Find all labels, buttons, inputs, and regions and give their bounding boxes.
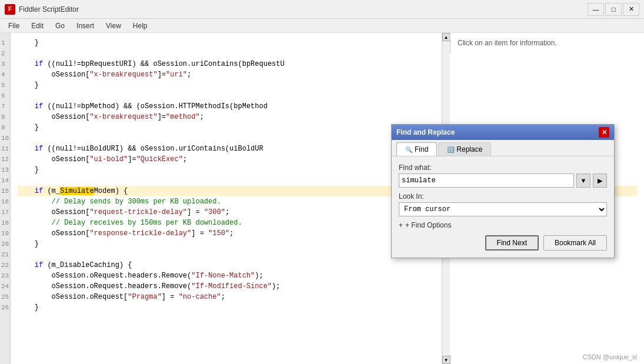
code-line-7: if ((null!=bpMethod) && (oSession.HTTPMe… <box>18 101 637 112</box>
find-options-row[interactable]: + + Find Options <box>399 221 607 229</box>
info-panel-text: Click on an item for information. <box>458 39 557 47</box>
look-in-field: Look In: From cursor Entire scope Curren… <box>399 192 607 216</box>
dialog-body: Find what: ▼ ▶ Look In: From cursor Enti… <box>392 156 614 258</box>
find-options-label: + Find Options <box>405 221 451 229</box>
menu-view[interactable]: View <box>100 21 127 31</box>
line-numbers: 12345 678910 1112131415 1617181920 21222… <box>0 33 11 364</box>
look-in-row: From cursor Entire scope Current selecti… <box>399 202 607 216</box>
minimize-button[interactable]: — <box>588 3 604 16</box>
app-title: Fiddler ScriptEditor <box>19 5 588 14</box>
app-icon: F <box>5 4 15 15</box>
find-tab-icon: 🔍 <box>405 146 412 153</box>
find-what-label: Find what: <box>399 163 607 172</box>
find-what-field: Find what: ▼ ▶ <box>399 163 607 188</box>
find-replace-dialog: Find and Replace ✕ 🔍 Find 🔠 Replace Find… <box>391 124 615 258</box>
find-tab-label: Find <box>415 145 428 153</box>
watermark-text: CSDN @unique_xl <box>583 353 638 360</box>
menu-go[interactable]: Go <box>49 21 71 31</box>
code-line-26: } <box>18 302 637 313</box>
main-area: 12345 678910 1112131415 1617181920 21222… <box>0 33 644 364</box>
scroll-up-arrow[interactable]: ▲ <box>442 33 451 41</box>
dialog-title: Find and Replace <box>396 128 455 136</box>
replace-tab-icon: 🔠 <box>447 146 454 153</box>
watermark: CSDN @unique_xl <box>583 353 638 360</box>
dialog-close-button[interactable]: ✕ <box>599 127 609 138</box>
code-line-24: oSession.oRequest.headers.Remove("If-Mod… <box>18 281 637 292</box>
find-next-button[interactable]: Find Next <box>485 235 539 251</box>
replace-tab-label: Replace <box>456 145 482 153</box>
look-in-select[interactable]: From cursor Entire scope Current selecti… <box>399 202 607 216</box>
code-line-22: if (m_DisableCaching) { <box>18 260 637 271</box>
title-bar: F Fiddler ScriptEditor — □ ✕ <box>0 0 644 19</box>
info-panel: Click on an item for information. <box>450 33 644 53</box>
find-options-plus-icon: + <box>399 221 403 229</box>
find-what-row: ▼ ▶ <box>399 173 607 188</box>
find-what-input[interactable] <box>399 173 574 188</box>
code-line-6 <box>18 91 637 101</box>
maximize-button[interactable]: □ <box>605 3 622 16</box>
menu-edit[interactable]: Edit <box>25 21 49 31</box>
code-line-5: } <box>18 80 637 91</box>
code-line-8: oSession["x-breakrequest"]="method"; <box>18 112 637 122</box>
tab-find[interactable]: 🔍 Find <box>396 142 437 156</box>
dialog-titlebar: Find and Replace ✕ <box>392 125 614 140</box>
find-what-dropdown-btn[interactable]: ▼ <box>576 173 590 188</box>
tab-replace[interactable]: 🔠 Replace <box>438 142 491 156</box>
window-controls: — □ ✕ <box>588 3 639 16</box>
menu-bar: File Edit Go Insert View Help <box>0 19 644 33</box>
code-line-4: oSession["x-breakrequest"]="uri"; <box>18 69 637 80</box>
look-in-label: Look In: <box>399 192 607 201</box>
find-what-action-btn[interactable]: ▶ <box>593 173 607 188</box>
menu-help[interactable]: Help <box>127 21 154 31</box>
code-line-25: oSession.oRequest["Pragma"] = "no-cache"… <box>18 292 637 302</box>
bookmark-all-button[interactable]: Bookmark All <box>543 235 607 251</box>
code-line-3: if ((null!=bpRequestURI) && oSession.uri… <box>18 59 637 69</box>
dialog-tabs: 🔍 Find 🔠 Replace <box>392 140 614 156</box>
close-button[interactable]: ✕ <box>623 3 639 16</box>
code-line-23: oSession.oRequest.headers.Remove("If-Non… <box>18 271 637 281</box>
dialog-action-buttons: Find Next Bookmark All <box>399 235 607 251</box>
menu-file[interactable]: File <box>2 21 25 31</box>
scroll-down-arrow[interactable]: ▼ <box>442 356 451 364</box>
menu-insert[interactable]: Insert <box>71 21 100 31</box>
